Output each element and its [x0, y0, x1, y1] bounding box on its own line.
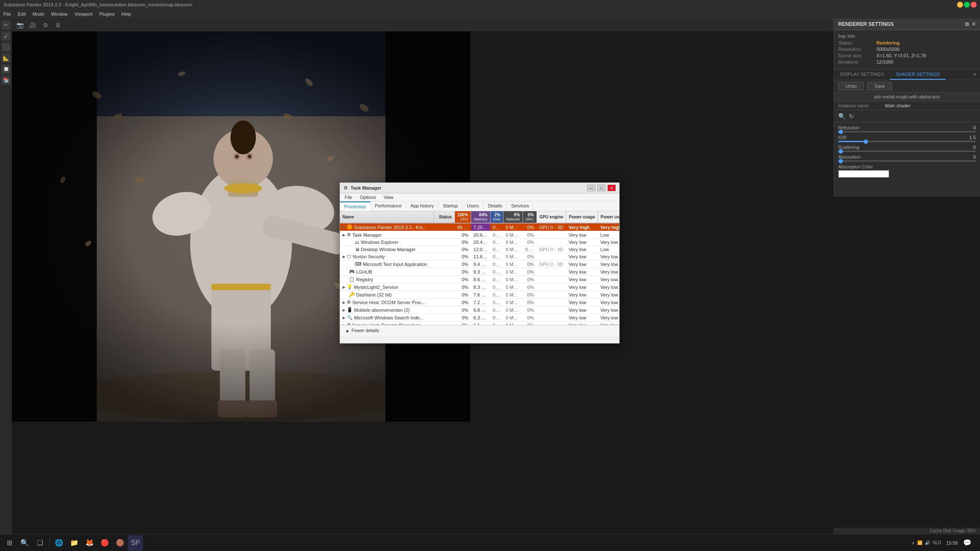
- tray-lang[interactable]: NLD: [932, 540, 941, 545]
- tab-shader[interactable]: SHADER SETTINGS: [890, 70, 946, 80]
- taskbar-explorer[interactable]: 📁: [67, 535, 82, 551]
- table-row[interactable]: ⌨ Microsoft Text Input Application 0% 9.…: [340, 260, 619, 268]
- tray-volume[interactable]: 🔊: [925, 540, 930, 545]
- tm-close-btn[interactable]: ✕: [607, 185, 616, 191]
- taskbar-firefox[interactable]: 🦊: [82, 535, 97, 551]
- expand-arrow[interactable]: ▶: [343, 323, 345, 325]
- zoom-icon[interactable]: 🔍: [838, 113, 845, 120]
- taskbar-ie[interactable]: 🌐: [51, 535, 67, 551]
- render-icon[interactable]: 📷: [15, 20, 25, 30]
- fewer-details-btn[interactable]: ▲ Fewer details: [343, 327, 381, 334]
- taskview-btn[interactable]: ❑: [32, 535, 48, 551]
- table-row[interactable]: ▶ 🔍 Microsoft Windows Search Inde... 0% …: [340, 314, 619, 322]
- minimize-btn[interactable]: [957, 2, 963, 8]
- tm-menu-file[interactable]: File: [343, 194, 354, 200]
- start-btn[interactable]: ⊞: [2, 535, 17, 551]
- tm-tab-users[interactable]: Users: [463, 201, 484, 211]
- close-btn[interactable]: [971, 2, 977, 8]
- tm-tab-processes[interactable]: Processes: [340, 201, 371, 211]
- tm-tab-performance[interactable]: Performance: [371, 201, 406, 211]
- menu-mode[interactable]: Mode: [33, 11, 45, 17]
- expand-arrow[interactable]: ▶: [343, 255, 345, 259]
- toolbar-paint[interactable]: ✏: [1, 20, 11, 30]
- table-row[interactable]: 🎮 LGHUB 0% 9.3 MB 0 MB/s 0 Mbps 0% Very …: [340, 268, 619, 276]
- menu-file[interactable]: File: [3, 11, 11, 17]
- tm-tab-details[interactable]: Details: [484, 201, 507, 211]
- process-power-trend: Very low: [598, 291, 619, 299]
- tm-tab-apphistory[interactable]: App history: [406, 201, 438, 211]
- scattering-slider[interactable]: [838, 151, 976, 152]
- panel-close-icon[interactable]: ✕: [972, 21, 976, 27]
- table-row[interactable]: ▶ 🛡 Norton Security 0% 11.8 MB 0.3 MB/s …: [340, 253, 619, 260]
- col-memory[interactable]: 84% Memory: [471, 211, 491, 223]
- col-cpu[interactable]: 100% CPU: [455, 211, 471, 223]
- tab-display[interactable]: DISPLAY SETTINGS: [834, 70, 890, 80]
- taskbar-right: ∧ 📶 🔊 NLD 15:56 💬: [912, 535, 978, 551]
- table-row[interactable]: ▶ ⚙ Service Host: Remote Procedure... 0%…: [340, 322, 619, 325]
- table-row[interactable]: ▶ 📱 Mobiele abonnementen (2) 0% 6.8 MB 0…: [340, 306, 619, 314]
- table-row[interactable]: 🗂 Windows Explorer 0% 20.4 MB 0 MB/s 0 M…: [340, 239, 619, 246]
- refraction-slider[interactable]: [838, 131, 976, 132]
- table-row[interactable]: 🖥 Desktop Window Manager 0% 12.0 MB 0 MB…: [340, 246, 619, 253]
- refresh-icon[interactable]: ↻: [849, 113, 854, 120]
- save-btn[interactable]: Save: [867, 82, 892, 90]
- toolbar-smudge[interactable]: 🖌: [1, 31, 11, 41]
- tm-menu-options[interactable]: Options: [359, 194, 377, 200]
- toolbar-fill[interactable]: 🔲: [1, 64, 11, 74]
- menu-viewport[interactable]: Viewport: [74, 11, 93, 17]
- camera-icon[interactable]: 🎥: [28, 20, 37, 30]
- tm-menu-view[interactable]: View: [382, 194, 395, 200]
- col-name[interactable]: Name: [340, 211, 433, 223]
- ior-slider[interactable]: [838, 141, 976, 142]
- tm-minimize-btn[interactable]: —: [587, 185, 595, 191]
- table-row[interactable]: 🔑 Dashlane (32 bit) 0% 7.6 MB 0 MB/s 0 M…: [340, 291, 619, 299]
- tab-close[interactable]: ✕: [969, 70, 980, 80]
- col-gpu[interactable]: 0% GPU: [523, 211, 537, 223]
- panel-restore-icon[interactable]: ⧉: [965, 21, 969, 27]
- menu-edit[interactable]: Edit: [18, 11, 26, 17]
- expand-arrow[interactable]: ▶: [343, 233, 345, 237]
- taskbar-app1[interactable]: 🔴: [97, 535, 112, 551]
- taskbar-sp[interactable]: SP: [128, 535, 143, 551]
- expand-arrow[interactable]: ▶: [343, 308, 345, 312]
- menu-window[interactable]: Window: [51, 11, 67, 17]
- table-row[interactable]: ▶ 🟠 Substance Painter 2019.3.3 - Kni... …: [340, 223, 619, 231]
- process-cpu: 0%: [455, 306, 471, 314]
- tm-tab-startup[interactable]: Startup: [438, 201, 462, 211]
- search-btn[interactable]: 🔍: [17, 535, 32, 551]
- maximize-btn[interactable]: [964, 2, 970, 8]
- tray-up-arrow[interactable]: ∧: [912, 540, 915, 545]
- absorption-slider[interactable]: [838, 160, 976, 162]
- tray-network[interactable]: 📶: [917, 540, 922, 545]
- process-power-trend: Very low: [598, 253, 619, 260]
- expand-arrow[interactable]: ▶: [343, 316, 345, 320]
- table-row[interactable]: ▶ 💡 MysticLight2_Service 0% 8.3 MB 0 MB/…: [340, 283, 619, 291]
- col-disk[interactable]: 2% Disk: [490, 211, 503, 223]
- expand-arrow[interactable]: ▶: [343, 285, 345, 289]
- col-status[interactable]: Status: [433, 211, 455, 223]
- menu-help[interactable]: Help: [121, 11, 131, 17]
- process-net: 0 Mbps: [503, 239, 523, 246]
- expand-arrow[interactable]: ▶: [343, 300, 345, 305]
- display-icon[interactable]: 🖥: [53, 20, 63, 30]
- task-manager: ⚙ Task Manager — □ ✕ File Options View P…: [340, 182, 620, 344]
- tm-maximize-btn[interactable]: □: [597, 185, 606, 191]
- expand-arrow[interactable]: ▶: [343, 225, 345, 229]
- table-row[interactable]: 📋 Registry 0% 8.6 MB 0 MB/s 0 Mbps 0% Ve…: [340, 276, 619, 283]
- col-power-trend[interactable]: Power usage trend: [598, 211, 619, 223]
- menu-plugins[interactable]: Plugins: [99, 11, 115, 17]
- col-power[interactable]: Power usage: [566, 211, 598, 223]
- col-network[interactable]: 0% Network: [503, 211, 523, 223]
- tm-tab-services[interactable]: Services: [507, 201, 534, 211]
- settings-icon[interactable]: ⚙: [41, 20, 50, 30]
- toolbar-stamp[interactable]: 📐: [1, 53, 11, 63]
- undo-btn[interactable]: Undo: [838, 82, 864, 90]
- toolbar-eraser[interactable]: ⬛: [1, 42, 11, 52]
- taskbar-app2[interactable]: 🟤: [112, 535, 128, 551]
- notification-btn[interactable]: 💬: [960, 535, 975, 551]
- table-row[interactable]: ▶ ⚙ Service Host: DCOM Server Proc... 0%…: [340, 299, 619, 306]
- table-row[interactable]: ▶ ⚙ Task Manager 0% 20.6 MB 0 MB/s 0 Mbp…: [340, 231, 619, 239]
- absorption-color-swatch[interactable]: [838, 170, 889, 178]
- toolbar-layers[interactable]: 📚: [1, 76, 11, 85]
- col-gpu-engine[interactable]: GPU engine: [536, 211, 566, 223]
